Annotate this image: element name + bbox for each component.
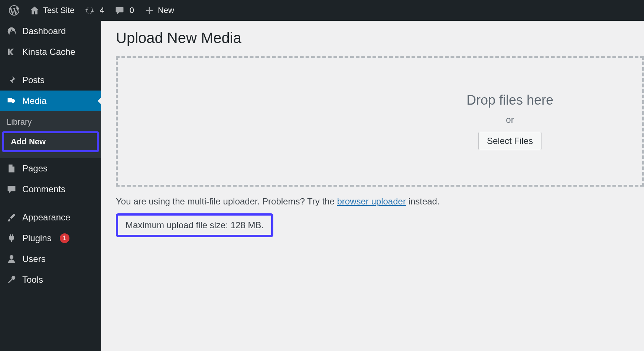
plus-icon bbox=[144, 6, 154, 15]
comment-icon bbox=[7, 184, 16, 194]
upload-dropzone[interactable]: Drop files here or Select Files bbox=[116, 56, 644, 187]
kinsta-icon bbox=[7, 47, 16, 57]
media-submenu: Library Add New bbox=[0, 111, 101, 158]
sidebar-item-media[interactable]: Media bbox=[0, 91, 101, 111]
sidebar-item-label: Posts bbox=[22, 75, 45, 85]
new-content-link[interactable]: New bbox=[139, 0, 179, 21]
plugins-badge: 1 bbox=[60, 233, 69, 243]
pages-icon bbox=[7, 164, 16, 173]
plug-icon bbox=[7, 233, 16, 243]
sidebar-item-kinsta[interactable]: Kinsta Cache bbox=[0, 42, 101, 62]
site-name-link[interactable]: Test Site bbox=[25, 0, 79, 21]
highlight-annotation: Add New bbox=[2, 131, 99, 152]
brush-icon bbox=[7, 213, 16, 222]
submenu-label: Add New bbox=[11, 137, 46, 146]
user-icon bbox=[7, 254, 16, 264]
sidebar-item-comments[interactable]: Comments bbox=[0, 179, 101, 200]
drop-or: or bbox=[506, 115, 514, 125]
note-pre: You are using the multi-file uploader. P… bbox=[116, 196, 337, 206]
max-upload-size: Maximum upload file size: 128 MB. bbox=[116, 213, 273, 237]
refresh-icon bbox=[85, 6, 94, 15]
sidebar-item-plugins[interactable]: Plugins 1 bbox=[0, 228, 101, 249]
menu-separator bbox=[0, 62, 101, 70]
sidebar-item-label: Dashboard bbox=[22, 26, 66, 36]
updates-count: 4 bbox=[100, 6, 104, 15]
sidebar-item-users[interactable]: Users bbox=[0, 249, 101, 269]
wp-logo[interactable] bbox=[4, 0, 25, 21]
comment-icon bbox=[115, 6, 124, 15]
comments-count: 0 bbox=[130, 6, 134, 15]
sidebar-item-label: Plugins bbox=[22, 233, 52, 243]
admin-bar: Test Site 4 0 New bbox=[0, 0, 644, 21]
site-name-label: Test Site bbox=[43, 6, 74, 15]
sidebar-item-label: Tools bbox=[22, 275, 43, 285]
pin-icon bbox=[7, 75, 16, 85]
dashboard-icon bbox=[7, 26, 16, 36]
sidebar-item-label: Users bbox=[22, 254, 46, 264]
wordpress-icon bbox=[9, 5, 19, 16]
page-title: Upload New Media bbox=[116, 30, 644, 46]
select-files-button[interactable]: Select Files bbox=[478, 132, 541, 150]
sidebar-item-pages[interactable]: Pages bbox=[0, 158, 101, 179]
sidebar-item-label: Media bbox=[22, 96, 46, 106]
sidebar-item-label: Pages bbox=[22, 163, 48, 174]
sidebar-item-label: Appearance bbox=[22, 212, 70, 223]
sidebar-item-label: Comments bbox=[22, 184, 65, 194]
updates-link[interactable]: 4 bbox=[79, 0, 109, 21]
menu-separator bbox=[0, 200, 101, 207]
submenu-item-addnew[interactable]: Add New bbox=[4, 133, 97, 150]
new-label: New bbox=[158, 6, 174, 15]
sidebar-item-dashboard[interactable]: Dashboard bbox=[0, 21, 101, 42]
drop-title: Drop files here bbox=[466, 92, 553, 108]
browser-uploader-link[interactable]: browser uploader bbox=[337, 196, 406, 206]
submenu-label: Library bbox=[7, 117, 32, 127]
note-post: instead. bbox=[406, 196, 440, 206]
admin-sidebar: Dashboard Kinsta Cache Posts Media Libra… bbox=[0, 21, 101, 351]
main-content: Upload New Media Drop files here or Sele… bbox=[101, 21, 644, 351]
submenu-item-library[interactable]: Library bbox=[0, 114, 101, 131]
sidebar-item-appearance[interactable]: Appearance bbox=[0, 207, 101, 228]
home-icon bbox=[30, 6, 39, 15]
sidebar-item-posts[interactable]: Posts bbox=[0, 70, 101, 91]
sidebar-item-label: Kinsta Cache bbox=[22, 47, 75, 57]
sidebar-item-tools[interactable]: Tools bbox=[0, 269, 101, 290]
wrench-icon bbox=[7, 275, 16, 285]
media-icon bbox=[7, 96, 16, 106]
uploader-note: You are using the multi-file uploader. P… bbox=[116, 196, 644, 207]
comments-link[interactable]: 0 bbox=[110, 0, 139, 21]
